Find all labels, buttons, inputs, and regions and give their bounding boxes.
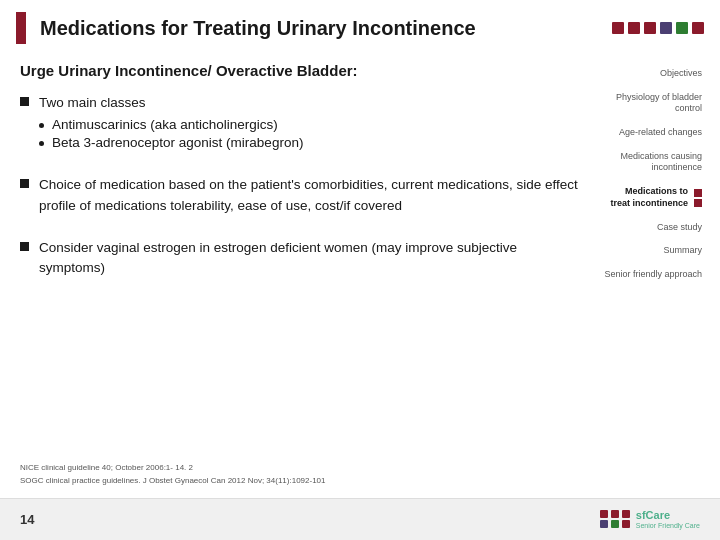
bullet-text-2: Choice of medication based on the patien…: [39, 175, 580, 216]
sidebar-item-case[interactable]: Case study: [600, 216, 710, 240]
bullet-item-2: Choice of medication based on the patien…: [20, 175, 580, 216]
sub-bullets-1: Antimuscarinics (aka anticholinergics) B…: [39, 117, 303, 150]
header: Medications for Treating Urinary Inconti…: [0, 0, 720, 52]
b-dot-3: [622, 510, 630, 518]
bullet-text-1: Two main classes: [39, 95, 146, 110]
b-dot-4: [600, 520, 608, 528]
b-dot-5: [611, 520, 619, 528]
logo-name: sfCare: [636, 508, 700, 522]
sidebar-label-causing: Medications causing incontinence: [604, 151, 702, 174]
sidebar-active-dots: [694, 189, 702, 207]
bullet-item-1: Two main classes Antimuscarinics (aka an…: [20, 93, 580, 153]
sub-bullet-dot-2: [39, 141, 44, 146]
b-dot-1: [600, 510, 608, 518]
bullet-square-2: [20, 179, 29, 188]
page-title: Medications for Treating Urinary Inconti…: [40, 17, 612, 40]
footnote-2: SOGC clinical practice guidelines. J Obs…: [20, 475, 580, 488]
dot-4: [660, 22, 672, 34]
footnote-1: NICE clinical guideline 40; October 2006…: [20, 462, 580, 475]
sub-bullet-text-2: Beta 3-adrenoceptor agonist (mirabegron): [52, 135, 303, 150]
sidebar-item-senior[interactable]: Senior friendly approach: [600, 263, 710, 287]
page-number: 14: [20, 512, 34, 527]
dot-5: [676, 22, 688, 34]
bottom-dots-row-1: [600, 510, 630, 518]
bullet-square-1: [20, 97, 29, 106]
sidebar-item-treat[interactable]: Medications to treat incontinence: [600, 180, 710, 215]
active-dot-2: [694, 199, 702, 207]
bullet-section-3: Consider vaginal estrogen in estrogen de…: [20, 238, 580, 287]
dot-2: [628, 22, 640, 34]
logo-area: sfCare Senior Friendly Care: [600, 508, 700, 531]
b-dot-6: [622, 520, 630, 528]
sub-bullet-text-1: Antimuscarinics (aka anticholinergics): [52, 117, 278, 132]
dot-1: [612, 22, 624, 34]
bullet-section-1: Two main classes Antimuscarinics (aka an…: [20, 93, 580, 161]
active-dot-1: [694, 189, 702, 197]
sub-bullet-dot-1: [39, 123, 44, 128]
sub-bullet-item-2: Beta 3-adrenoceptor agonist (mirabegron): [39, 135, 303, 150]
sidebar-label-physiology: Physiology of bladder control: [604, 92, 702, 115]
bullet-item-3: Consider vaginal estrogen in estrogen de…: [20, 238, 580, 279]
sidebar-item-objectives[interactable]: Objectives: [600, 62, 710, 86]
sidebar-label-age: Age-related changes: [619, 127, 702, 139]
sidebar-label-summary: Summary: [663, 245, 702, 257]
bullet-section-2: Choice of medication based on the patien…: [20, 175, 580, 224]
sidebar-label-case: Case study: [657, 222, 702, 234]
header-accent: [16, 12, 26, 44]
sidebar-label-senior: Senior friendly approach: [604, 269, 702, 281]
sub-bullet-item-1: Antimuscarinics (aka anticholinergics): [39, 117, 303, 132]
logo-text-block: sfCare Senior Friendly Care: [636, 508, 700, 531]
sidebar-item-causing[interactable]: Medications causing incontinence: [600, 145, 710, 180]
footnotes: NICE clinical guideline 40; October 2006…: [20, 452, 580, 488]
sidebar-item-age[interactable]: Age-related changes: [600, 121, 710, 145]
b-dot-2: [611, 510, 619, 518]
bullet-text-3: Consider vaginal estrogen in estrogen de…: [39, 238, 580, 279]
sidebar-label-objectives: Objectives: [660, 68, 702, 80]
logo-subtext: Senior Friendly Care: [636, 522, 700, 530]
bottom-bar: 14 sfCare Senior Friendly Care: [0, 498, 720, 540]
right-sidebar: Objectives Physiology of bladder control…: [600, 52, 720, 498]
dot-3: [644, 22, 656, 34]
header-dots: [612, 22, 704, 34]
sidebar-label-treat: Medications to treat incontinence: [604, 186, 688, 209]
section-title: Urge Urinary Incontinence/ Overactive Bl…: [20, 62, 580, 79]
sidebar-item-physiology[interactable]: Physiology of bladder control: [600, 86, 710, 121]
bullet-square-3: [20, 242, 29, 251]
page-container: Medications for Treating Urinary Inconti…: [0, 0, 720, 540]
dot-6: [692, 22, 704, 34]
main-area: Urge Urinary Incontinence/ Overactive Bl…: [0, 52, 720, 498]
bottom-dots-row-2: [600, 520, 630, 528]
left-content: Urge Urinary Incontinence/ Overactive Bl…: [0, 52, 600, 498]
sidebar-item-summary[interactable]: Summary: [600, 239, 710, 263]
